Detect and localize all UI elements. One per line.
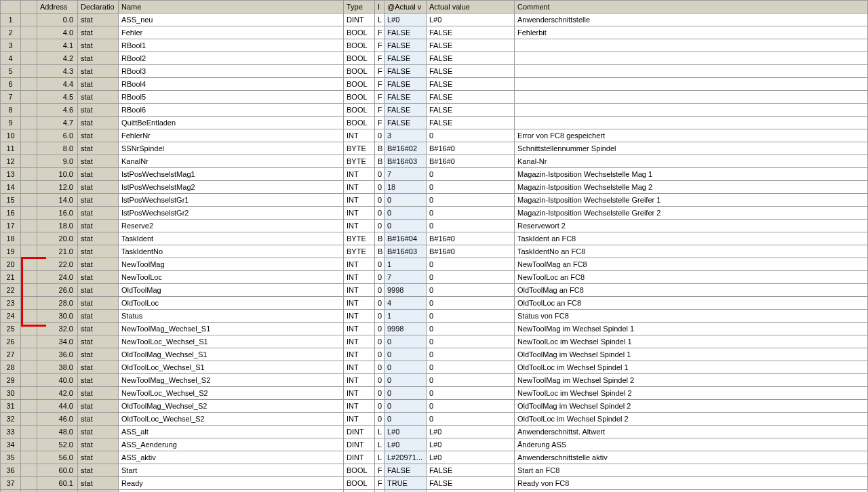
cell-name[interactable]: Ready	[119, 477, 344, 490]
cell-name[interactable]: OldToolMag	[119, 284, 344, 297]
cell-name[interactable]: OldToolMag_Wechsel_S2	[119, 400, 344, 413]
cell-comment[interactable]	[515, 65, 868, 78]
cell-type[interactable]: INT	[344, 129, 375, 142]
cell-actual-at[interactable]: FALSE	[384, 104, 427, 117]
cell-actual-at[interactable]: 0	[384, 220, 427, 232]
cell-actual-value[interactable]: FALSE	[427, 26, 515, 39]
cell-name[interactable]: Status	[119, 310, 344, 323]
cell-declaration[interactable]: stat	[78, 52, 119, 65]
row-number[interactable]: 24	[1, 310, 21, 323]
row-number[interactable]: 14	[1, 181, 21, 194]
cell-address[interactable]: 52.0	[37, 438, 78, 451]
row-number[interactable]: 34	[1, 438, 21, 451]
cell-initial[interactable]: F	[375, 464, 384, 477]
cell-actual-value[interactable]: 0	[427, 207, 515, 220]
cell-actual-value[interactable]: 0	[427, 323, 515, 335]
cell-actual-value[interactable]: 0	[427, 400, 515, 413]
cell-declaration[interactable]: stat	[78, 26, 119, 39]
cell-address[interactable]: 4.5	[37, 91, 78, 104]
cell-actual-value[interactable]: FALSE	[427, 104, 515, 117]
cell-actual-value[interactable]: L#0	[427, 426, 515, 438]
cell-declaration[interactable]: stat	[78, 168, 119, 181]
cell-actual-at[interactable]: 4	[384, 297, 427, 310]
cell-declaration[interactable]: stat	[78, 245, 119, 258]
cell-type[interactable]: BOOL	[344, 464, 375, 477]
cell-actual-at[interactable]: 9998	[384, 323, 427, 335]
cell-declaration[interactable]: stat	[78, 323, 119, 335]
cell-name[interactable]: RBool1	[119, 39, 344, 52]
cell-actual-value[interactable]: 0	[427, 194, 515, 207]
cell-actual-at[interactable]: 7	[384, 271, 427, 284]
cell-comment[interactable]: Status von FC8	[515, 310, 868, 323]
cell-actual-at[interactable]: FALSE	[384, 91, 427, 104]
cell-actual-value[interactable]: 0	[427, 284, 515, 297]
cell-address[interactable]: 4.1	[37, 39, 78, 52]
row-number[interactable]: 13	[1, 168, 21, 181]
cell-address[interactable]: 4.3	[37, 65, 78, 78]
cell-type[interactable]: DINT	[344, 451, 375, 464]
cell-actual-at[interactable]: 0	[384, 374, 427, 387]
cell-actual-at[interactable]: 18	[384, 181, 427, 194]
cell-initial[interactable]: 0	[375, 181, 384, 194]
cell-initial[interactable]: F	[375, 78, 384, 91]
cell-actual-value[interactable]: FALSE	[427, 464, 515, 477]
cell-declaration[interactable]: stat	[78, 14, 119, 26]
cell-type[interactable]: BOOL	[344, 91, 375, 104]
cell-address[interactable]: 21.0	[37, 245, 78, 258]
cell-actual-value[interactable]: FALSE	[427, 117, 515, 129]
cell-type[interactable]: INT	[344, 335, 375, 348]
row-number[interactable]: 10	[1, 129, 21, 142]
cell-declaration[interactable]: stat	[78, 464, 119, 477]
cell-comment[interactable]: OldToolMag im Wechsel Spindel 2	[515, 400, 868, 413]
cell-address[interactable]: 10.0	[37, 168, 78, 181]
row-number[interactable]: 22	[1, 284, 21, 297]
cell-comment[interactable]: Änderung ASS	[515, 438, 868, 451]
cell-actual-value[interactable]: 0	[427, 387, 515, 400]
cell-actual-at[interactable]: B#16#03	[384, 155, 427, 168]
cell-initial[interactable]: F	[375, 52, 384, 65]
cell-type[interactable]: INT	[344, 271, 375, 284]
cell-initial[interactable]: 0	[375, 323, 384, 335]
cell-initial[interactable]: 0	[375, 413, 384, 426]
cell-name[interactable]: NewToolMag_Wechsel_S1	[119, 323, 344, 335]
cell-declaration[interactable]: stat	[78, 387, 119, 400]
cell-actual-at[interactable]: L#0	[384, 14, 427, 26]
cell-type[interactable]: INT	[344, 310, 375, 323]
cell-type[interactable]: INT	[344, 400, 375, 413]
row-number[interactable]: 12	[1, 155, 21, 168]
cell-actual-at[interactable]: 0	[384, 361, 427, 374]
cell-address[interactable]: 9.0	[37, 155, 78, 168]
cell-actual-at[interactable]: L#20971...	[384, 451, 427, 464]
row-number[interactable]: 2	[1, 26, 21, 39]
cell-declaration[interactable]: stat	[78, 78, 119, 91]
cell-actual-at[interactable]: 0	[384, 335, 427, 348]
cell-declaration[interactable]: stat	[78, 310, 119, 323]
row-number[interactable]: 4	[1, 52, 21, 65]
cell-name[interactable]: RBool6	[119, 104, 344, 117]
cell-actual-value[interactable]: L#0	[427, 14, 515, 26]
cell-address[interactable]: 40.0	[37, 374, 78, 387]
col-header[interactable]: Comment	[515, 1, 868, 14]
cell-type[interactable]: BOOL	[344, 52, 375, 65]
cell-declaration[interactable]: stat	[78, 438, 119, 451]
cell-address[interactable]: 32.0	[37, 323, 78, 335]
cell-type[interactable]: BOOL	[344, 104, 375, 117]
cell-address[interactable]: 18.0	[37, 220, 78, 232]
cell-actual-value[interactable]: 0	[427, 168, 515, 181]
cell-actual-at[interactable]: FALSE	[384, 26, 427, 39]
cell-name[interactable]: NewToolLoc_Wechsel_S2	[119, 387, 344, 400]
cell-address[interactable]: 34.0	[37, 335, 78, 348]
cell-name[interactable]: IstPosWechselstMag2	[119, 181, 344, 194]
row-number[interactable]: 18	[1, 232, 21, 245]
cell-initial[interactable]: B	[375, 232, 384, 245]
row-number[interactable]: 36	[1, 464, 21, 477]
cell-actual-value[interactable]: FALSE	[427, 52, 515, 65]
row-number[interactable]: 1	[1, 14, 21, 26]
cell-type[interactable]: BOOL	[344, 117, 375, 129]
cell-initial[interactable]: F	[375, 26, 384, 39]
cell-type[interactable]: INT	[344, 258, 375, 271]
cell-comment[interactable]: OldToolLoc an FC8	[515, 297, 868, 310]
cell-declaration[interactable]: stat	[78, 39, 119, 52]
cell-declaration[interactable]: stat	[78, 477, 119, 490]
cell-initial[interactable]: L	[375, 426, 384, 438]
